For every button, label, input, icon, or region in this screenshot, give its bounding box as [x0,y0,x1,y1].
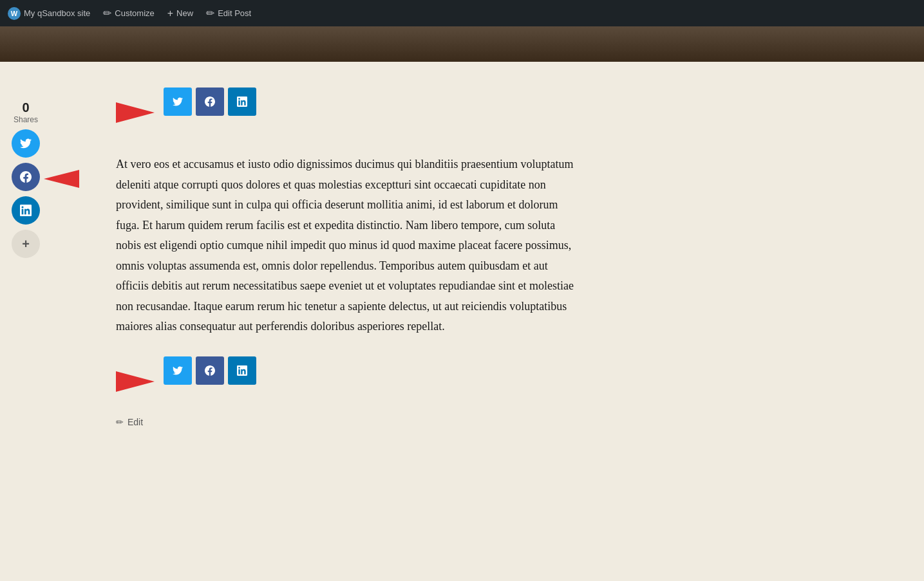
wp-logo-icon: W [8,7,21,20]
bottom-twitter-bird-icon [173,365,183,376]
edit-post-icon: ✏ [206,7,214,19]
top-facebook-button[interactable] [196,88,224,116]
facebook-f-icon [205,97,215,107]
top-twitter-button[interactable] [164,88,192,116]
sidebar-facebook-button[interactable] [12,163,40,191]
edit-pencil-icon: ✏ [116,417,124,427]
bottom-linkedin-button[interactable] [228,356,256,385]
pencil-icon: ✏ [103,7,111,19]
left-arrow-icon [44,170,79,188]
new-label: New [176,8,193,18]
twitter-icon [20,138,32,149]
sidebar-linkedin-button[interactable] [12,196,40,225]
plus-icon: + [167,8,173,19]
linkedin-icon [20,205,32,216]
twitter-bird-icon [173,97,183,107]
bottom-share-container [116,356,580,404]
sidebar-more-button[interactable]: + [12,230,40,258]
admin-bar-site-link[interactable]: W My qSandbox site [8,7,90,20]
more-icon: + [22,237,30,252]
top-right-arrow-icon [116,102,155,123]
linkedin-in-icon [237,97,247,107]
top-linkedin-button[interactable] [228,88,256,116]
sidebar-twitter-button[interactable] [12,129,40,158]
hero-image [0,26,924,62]
bottom-twitter-button[interactable] [164,356,192,385]
bottom-right-arrow-icon [116,371,155,392]
facebook-icon [20,171,32,183]
sidebar-arrow [44,170,79,188]
page-content: 0 Shares + [0,62,924,581]
shares-label: Shares [14,115,38,124]
admin-bar: W My qSandbox site ✏ Customize + New ✏ E… [0,0,924,26]
bottom-linkedin-in-icon [237,365,247,376]
edit-label: Edit [127,417,143,427]
admin-bar-new-link[interactable]: + New [167,8,193,19]
admin-bar-edit-post-link[interactable]: ✏ Edit Post [206,7,251,19]
top-inline-share-row [164,88,256,116]
edit-post-link[interactable]: ✏ Edit [116,417,580,427]
share-count-display: 0 Shares [14,100,38,124]
site-name-label: My qSandbox site [24,8,90,18]
top-share-container [116,88,580,135]
main-content: At vero eos et accusamus et iusto odio d… [116,88,580,427]
article-body-text: At vero eos et accusamus et iusto odio d… [116,154,580,337]
bottom-facebook-button[interactable] [196,356,224,385]
bottom-facebook-f-icon [205,365,215,376]
customize-label: Customize [115,8,154,18]
sidebar-social-panel: 0 Shares + [12,100,40,258]
bottom-inline-share-row [164,356,256,385]
share-number: 0 [14,100,38,115]
admin-bar-customize-link[interactable]: ✏ Customize [103,7,154,19]
edit-post-label: Edit Post [218,8,251,18]
